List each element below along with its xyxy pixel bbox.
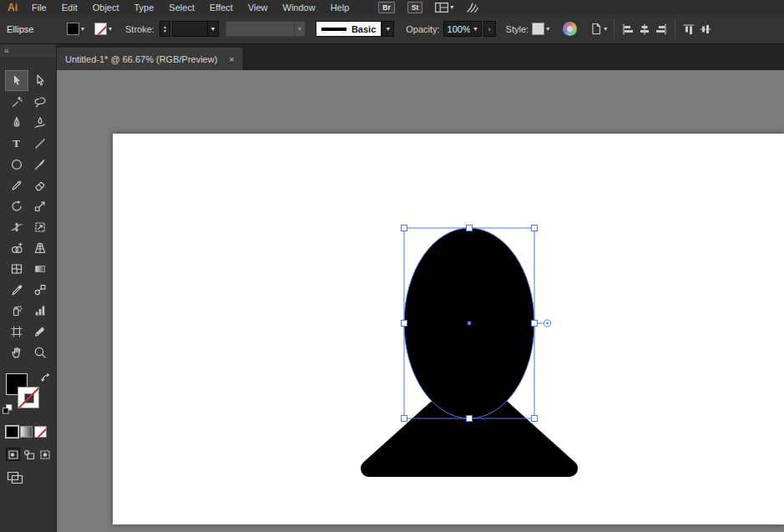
screen-mode-button[interactable] xyxy=(7,471,25,484)
draw-normal-button[interactable] xyxy=(6,448,20,461)
chevron-down-icon[interactable]: ▾ xyxy=(546,26,549,33)
tool-slice[interactable] xyxy=(28,321,52,342)
tool-rotate[interactable] xyxy=(5,195,28,216)
menu-item-type[interactable]: Type xyxy=(127,2,162,13)
tool-ellipse[interactable] xyxy=(5,154,28,175)
align-vertical-center-button[interactable] xyxy=(697,22,714,37)
opacity-select[interactable]: 100% ▾ xyxy=(443,21,482,37)
spinner-down-icon[interactable]: ▾ xyxy=(164,29,166,33)
chevron-down-icon: ▾ xyxy=(604,26,607,33)
chevron-down-icon[interactable]: ▾ xyxy=(207,22,218,36)
chevron-down-icon[interactable]: ▾ xyxy=(470,22,481,36)
menu-item-file[interactable]: File xyxy=(24,2,54,13)
hand-icon xyxy=(10,346,23,359)
align-horizontal-center-button[interactable] xyxy=(636,22,653,37)
default-fill-stroke-icon[interactable] xyxy=(3,403,13,418)
tool-magic-wand[interactable] xyxy=(5,91,28,112)
tool-shape-builder[interactable] xyxy=(5,237,28,258)
bbox-handle-ne[interactable] xyxy=(532,225,538,231)
close-tab-icon[interactable]: × xyxy=(229,54,234,64)
tool-type[interactable]: T xyxy=(5,133,28,154)
menu-item-window[interactable]: Window xyxy=(276,2,323,13)
color-button[interactable] xyxy=(6,426,18,438)
tool-lasso[interactable] xyxy=(28,91,52,112)
tool-pencil[interactable] xyxy=(5,175,28,195)
type-icon: T xyxy=(13,137,20,150)
document-tab[interactable]: Untitled-1* @ 66.67% (RGB/Preview) × xyxy=(57,48,244,70)
align-horizontal-left-button[interactable] xyxy=(620,22,636,37)
stroke-weight-select[interactable]: ▾ xyxy=(172,21,219,37)
opacity-label[interactable]: Opacity: xyxy=(406,24,439,34)
chevron-down-icon[interactable]: ▾ xyxy=(81,26,84,33)
none-button[interactable] xyxy=(34,426,47,438)
fill-color-swatch[interactable] xyxy=(67,23,79,35)
gradient-button[interactable] xyxy=(20,426,33,438)
menu-item-object[interactable]: Object xyxy=(85,2,127,13)
tool-free-transform[interactable] xyxy=(28,216,52,237)
swap-fill-stroke-icon[interactable] xyxy=(41,371,50,386)
align-horizontal-right-button[interactable] xyxy=(653,22,670,37)
tool-direct-selection[interactable] xyxy=(28,70,52,91)
tool-column-graph[interactable] xyxy=(28,300,52,321)
opacity-panel-button[interactable]: › xyxy=(483,21,496,37)
stroke-swatch[interactable] xyxy=(18,387,39,408)
tool-selection[interactable] xyxy=(5,70,28,91)
bbox-handle-e[interactable] xyxy=(532,321,538,327)
style-select[interactable]: ▾ xyxy=(532,23,549,35)
stroke-label[interactable]: Stroke: xyxy=(125,24,154,34)
tool-symbol-sprayer[interactable] xyxy=(5,300,28,321)
document-tab-bar: Untitled-1* @ 66.67% (RGB/Preview) × xyxy=(57,44,784,70)
menu-item-select[interactable]: Select xyxy=(161,2,202,13)
recolor-artwork-button[interactable] xyxy=(563,22,577,36)
tool-mesh[interactable] xyxy=(5,258,28,279)
tool-paintbrush[interactable] xyxy=(28,154,52,175)
brush-definition-select[interactable]: Basic xyxy=(316,21,382,37)
document-options-button[interactable]: ▾ xyxy=(590,23,607,35)
tool-blend[interactable] xyxy=(28,279,52,300)
draw-behind-button[interactable] xyxy=(22,448,36,461)
stock-button[interactable]: St xyxy=(407,2,423,13)
bbox-handle-sw[interactable] xyxy=(402,416,407,422)
workspace-button[interactable] xyxy=(466,2,479,13)
align-vertical-top-button[interactable] xyxy=(680,22,697,37)
canvas-pasteboard[interactable] xyxy=(57,70,784,532)
bbox-handle-nw[interactable] xyxy=(402,225,407,231)
brush-definition-dropdown-button[interactable]: ▾ xyxy=(382,21,394,37)
bbox-handle-se[interactable] xyxy=(532,416,538,422)
draw-inside-button[interactable] xyxy=(38,448,52,461)
tool-pen[interactable] xyxy=(5,112,28,133)
stroke-color-control[interactable]: ▾ xyxy=(94,23,112,35)
tool-zoom[interactable] xyxy=(28,342,52,362)
menu-item-effect[interactable]: Effect xyxy=(202,2,240,13)
menu-item-edit[interactable]: Edit xyxy=(54,2,85,13)
stroke-color-swatch[interactable] xyxy=(94,23,107,35)
tool-hand[interactable] xyxy=(5,342,28,362)
menu-item-view[interactable]: View xyxy=(240,2,276,13)
tool-gradient[interactable] xyxy=(28,258,52,279)
draw-normal-icon xyxy=(7,448,20,461)
bridge-button[interactable]: Br xyxy=(378,2,394,13)
tool-perspective-grid[interactable] xyxy=(28,237,52,258)
pen-icon xyxy=(10,116,23,129)
tool-artboard[interactable] xyxy=(5,321,28,342)
tool-curvature[interactable] xyxy=(28,112,52,133)
bbox-handle-n[interactable] xyxy=(467,225,473,231)
chevron-down-icon[interactable]: ▾ xyxy=(109,26,112,33)
tool-eraser[interactable] xyxy=(28,175,52,195)
fill-color-control[interactable]: ▾ xyxy=(67,23,84,35)
style-swatch[interactable] xyxy=(532,23,544,35)
stroke-weight-stepper[interactable]: ▴ ▾ xyxy=(159,21,170,37)
tool-scale[interactable] xyxy=(28,195,52,216)
tool-line-segment[interactable] xyxy=(28,133,52,154)
collapse-panel-icon[interactable]: « xyxy=(4,46,9,55)
line-segment-icon xyxy=(33,137,47,150)
bbox-handle-w[interactable] xyxy=(402,321,407,327)
style-label[interactable]: Style: xyxy=(506,24,529,34)
tool-eyedropper[interactable] xyxy=(5,279,28,300)
tool-width[interactable] xyxy=(5,216,28,237)
center-point[interactable] xyxy=(468,322,472,326)
artboard[interactable] xyxy=(113,134,784,524)
bbox-handle-s[interactable] xyxy=(467,416,473,422)
menu-item-help[interactable]: Help xyxy=(323,2,357,13)
arrange-documents-button[interactable]: ▾ xyxy=(435,3,453,13)
